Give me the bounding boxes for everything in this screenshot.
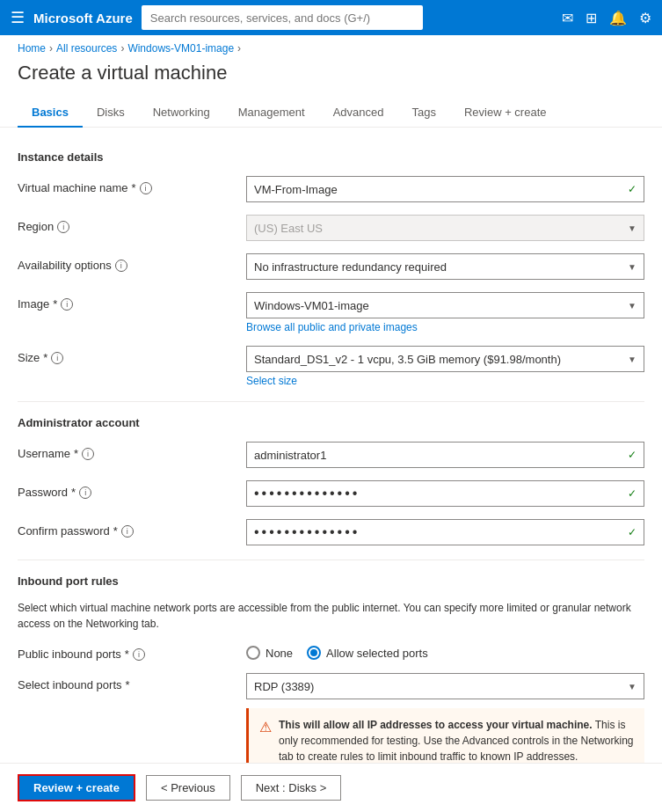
size-row: Size * i Standard_DS1_v2 - 1 vcpu, 3.5 G… bbox=[18, 346, 644, 387]
next-disks-button[interactable]: Next : Disks > bbox=[241, 775, 342, 801]
breadcrumb-all-resources[interactable]: All resources bbox=[56, 42, 117, 55]
select-size-link[interactable]: Select size bbox=[246, 375, 644, 387]
bottom-bar: Review + create < Previous Next : Disks … bbox=[0, 763, 662, 812]
region-dropdown: (US) East US ▼ bbox=[246, 215, 644, 241]
size-label: Size * i bbox=[18, 346, 246, 364]
email-icon[interactable]: ✉ bbox=[562, 10, 573, 26]
instance-details-header: Instance details bbox=[18, 150, 644, 164]
browse-images-link[interactable]: Browse all public and private images bbox=[246, 321, 644, 333]
vm-name-input[interactable]: VM-From-Image ✓ bbox=[246, 176, 644, 202]
public-inbound-info-icon[interactable]: i bbox=[133, 648, 145, 661]
review-create-button[interactable]: Review + create bbox=[18, 774, 135, 801]
vm-name-label: Virtual machine name * i bbox=[18, 176, 246, 194]
admin-account-header: Administrator account bbox=[18, 416, 644, 429]
brand-logo: Microsoft Azure bbox=[33, 11, 133, 26]
username-check-icon: ✓ bbox=[628, 449, 637, 461]
portal-icon[interactable]: ⊞ bbox=[586, 10, 597, 26]
image-row: Image * i Windows-VM01-image ▼ Browse al… bbox=[18, 292, 644, 333]
region-chevron-icon: ▼ bbox=[628, 223, 637, 233]
warning-icon: ⚠ bbox=[259, 717, 272, 738]
public-inbound-ports-radio-group: None Allow selected ports bbox=[246, 642, 644, 660]
top-navigation: ☰ Microsoft Azure ✉ ⊞ 🔔 ⚙ bbox=[0, 0, 662, 35]
confirm-password-info-icon[interactable]: i bbox=[121, 525, 134, 538]
tab-management[interactable]: Management bbox=[224, 99, 319, 128]
breadcrumb-home[interactable]: Home bbox=[18, 42, 46, 55]
confirm-password-input[interactable]: •••••••••••••• ✓ bbox=[246, 519, 644, 545]
gear-icon[interactable]: ⚙ bbox=[639, 10, 651, 26]
region-info-icon[interactable]: i bbox=[57, 221, 69, 233]
confirm-password-field: •••••••••••••• ✓ bbox=[246, 519, 644, 545]
radio-none-circle bbox=[246, 646, 260, 660]
main-content: Instance details Virtual machine name * … bbox=[0, 128, 662, 812]
nav-icons: ✉ ⊞ 🔔 ⚙ bbox=[562, 10, 651, 26]
radio-none[interactable]: None bbox=[246, 646, 293, 660]
inbound-ports-chevron-icon: ▼ bbox=[628, 682, 637, 691]
availability-chevron-icon: ▼ bbox=[628, 262, 637, 272]
image-dropdown[interactable]: Windows-VM01-image ▼ bbox=[246, 292, 644, 318]
public-inbound-ports-label: Public inbound ports * i bbox=[18, 642, 246, 661]
availability-options-field: No infrastructure redundancy required ▼ bbox=[246, 253, 644, 280]
tab-review-create[interactable]: Review + create bbox=[450, 99, 561, 128]
region-row: Region i (US) East US ▼ bbox=[18, 215, 644, 241]
select-inbound-ports-dropdown[interactable]: RDP (3389) ▼ bbox=[246, 673, 644, 699]
password-row: Password * i •••••••••••••• ✓ bbox=[18, 480, 644, 507]
vm-name-field: VM-From-Image ✓ bbox=[246, 176, 644, 202]
tab-basics[interactable]: Basics bbox=[18, 99, 83, 128]
search-input[interactable] bbox=[142, 5, 423, 30]
availability-options-dropdown[interactable]: No infrastructure redundancy required ▼ bbox=[246, 253, 644, 280]
tab-bar: Basics Disks Networking Management Advan… bbox=[0, 99, 662, 128]
select-inbound-ports-label: Select inbound ports * bbox=[18, 673, 246, 691]
password-info-icon[interactable]: i bbox=[79, 486, 91, 499]
size-dropdown[interactable]: Standard_DS1_v2 - 1 vcpu, 3.5 GiB memory… bbox=[246, 346, 644, 372]
inbound-rules-header: Inbound port rules bbox=[18, 574, 644, 588]
radio-allow-selected-circle bbox=[307, 646, 321, 660]
hamburger-icon[interactable]: ☰ bbox=[11, 8, 25, 27]
region-label: Region i bbox=[18, 215, 246, 233]
confirm-password-label: Confirm password * i bbox=[18, 519, 246, 538]
region-field: (US) East US ▼ bbox=[246, 215, 644, 241]
vm-name-row: Virtual machine name * i VM-From-Image ✓ bbox=[18, 176, 644, 202]
vm-name-info-icon[interactable]: i bbox=[140, 182, 152, 194]
breadcrumb: Home › All resources › Windows-VM01-imag… bbox=[0, 35, 662, 58]
size-info-icon[interactable]: i bbox=[51, 352, 63, 364]
select-inbound-ports-field: RDP (3389) ▼ ⚠ This will allow all IP ad… bbox=[246, 673, 644, 773]
password-label: Password * i bbox=[18, 480, 246, 499]
username-info-icon[interactable]: i bbox=[82, 448, 94, 460]
availability-options-label: Availability options i bbox=[18, 253, 246, 272]
select-inbound-ports-row: Select inbound ports * RDP (3389) ▼ ⚠ Th… bbox=[18, 673, 644, 773]
tab-disks[interactable]: Disks bbox=[83, 99, 139, 128]
username-label: Username * i bbox=[18, 442, 246, 460]
image-info-icon[interactable]: i bbox=[61, 298, 73, 311]
username-input[interactable]: administrator1 ✓ bbox=[246, 442, 644, 468]
confirm-password-row: Confirm password * i •••••••••••••• ✓ bbox=[18, 519, 644, 545]
availability-info-icon[interactable]: i bbox=[115, 260, 127, 272]
size-chevron-icon: ▼ bbox=[628, 355, 637, 364]
availability-options-row: Availability options i No infrastructure… bbox=[18, 253, 644, 280]
bell-icon[interactable]: 🔔 bbox=[609, 10, 627, 26]
tab-networking[interactable]: Networking bbox=[139, 99, 224, 128]
public-inbound-ports-field: None Allow selected ports bbox=[246, 642, 644, 660]
tab-tags[interactable]: Tags bbox=[397, 99, 449, 128]
image-chevron-icon: ▼ bbox=[628, 301, 637, 311]
username-row: Username * i administrator1 ✓ bbox=[18, 442, 644, 468]
vm-name-check-icon: ✓ bbox=[628, 183, 637, 195]
image-field: Windows-VM01-image ▼ Browse all public a… bbox=[246, 292, 644, 333]
page-title: Create a virtual machine bbox=[0, 58, 662, 99]
image-label: Image * i bbox=[18, 292, 246, 311]
password-check-icon: ✓ bbox=[628, 487, 637, 500]
password-input[interactable]: •••••••••••••• ✓ bbox=[246, 480, 644, 507]
breadcrumb-vm-image[interactable]: Windows-VM01-image bbox=[127, 42, 234, 55]
password-field: •••••••••••••• ✓ bbox=[246, 480, 644, 507]
tab-advanced[interactable]: Advanced bbox=[319, 99, 398, 128]
radio-allow-selected[interactable]: Allow selected ports bbox=[307, 646, 428, 660]
public-inbound-ports-row: Public inbound ports * i None Allow sele… bbox=[18, 642, 644, 661]
size-field: Standard_DS1_v2 - 1 vcpu, 3.5 GiB memory… bbox=[246, 346, 644, 387]
username-field: administrator1 ✓ bbox=[246, 442, 644, 468]
previous-button[interactable]: < Previous bbox=[146, 775, 230, 801]
inbound-rules-description: Select which virtual machine network por… bbox=[18, 600, 644, 632]
confirm-password-check-icon: ✓ bbox=[628, 526, 637, 538]
